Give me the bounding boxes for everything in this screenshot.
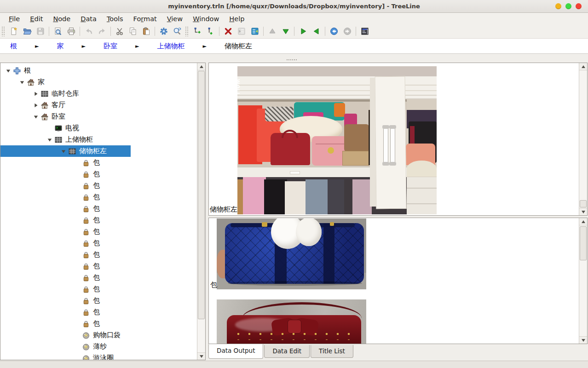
print-preview-button[interactable] xyxy=(52,25,64,38)
output-top-scrollbar[interactable] xyxy=(579,63,587,215)
find-button[interactable] xyxy=(171,25,183,38)
insert-child-node-button[interactable] xyxy=(204,25,217,38)
move-node-down-button[interactable] xyxy=(279,25,292,38)
tab-data-output[interactable]: Data Output xyxy=(208,344,263,359)
toolbar-drag-handle[interactable] xyxy=(185,26,188,36)
open-file-button[interactable] xyxy=(21,25,33,38)
tree-item[interactable]: 上储物柜 xyxy=(0,134,196,145)
insert-sibling-node-button[interactable] xyxy=(191,25,203,38)
move-node-next-button[interactable] xyxy=(297,25,309,38)
menu-tools[interactable]: Tools xyxy=(102,14,128,23)
window-minimize-button[interactable] xyxy=(555,3,561,9)
scroll-up-button[interactable] xyxy=(579,63,587,70)
expander-open-icon[interactable] xyxy=(17,80,27,85)
tree-item[interactable]: 包 xyxy=(0,237,196,249)
menu-node[interactable]: Node xyxy=(48,14,75,23)
expander-closed-icon[interactable] xyxy=(31,103,41,108)
tree-item[interactable]: 包 xyxy=(0,260,196,272)
scroll-down-button[interactable] xyxy=(197,352,205,360)
copy-button[interactable] xyxy=(127,25,139,38)
photo-shape xyxy=(316,144,345,144)
toolbar-drag-handle[interactable] xyxy=(1,26,5,36)
breadcrumb-link[interactable]: 上储物柜 xyxy=(157,42,184,51)
indent-node-button[interactable] xyxy=(235,25,248,38)
go-forward-button[interactable] xyxy=(341,25,353,38)
lock-icon xyxy=(82,297,90,305)
window-close-button[interactable] xyxy=(576,3,582,9)
scroll-down-button[interactable] xyxy=(579,208,587,215)
tree-scrollbar[interactable] xyxy=(197,63,205,360)
save-file-button[interactable] xyxy=(34,25,46,38)
tree-item[interactable]: 包 xyxy=(0,249,196,260)
tree-item[interactable]: 储物柜左 xyxy=(0,145,196,157)
expander-open-icon[interactable] xyxy=(45,137,55,143)
menu-data[interactable]: Data xyxy=(75,14,102,23)
tab-title-list[interactable]: Title List xyxy=(311,345,353,358)
menu-window[interactable]: Window xyxy=(188,14,224,23)
breadcrumb-link[interactable]: 根 xyxy=(10,42,17,51)
tree-item[interactable]: 包 xyxy=(0,191,196,203)
tab-data-edit[interactable]: Data Edit xyxy=(264,345,310,358)
menu-format[interactable]: Format xyxy=(128,14,162,23)
cut-button[interactable] xyxy=(113,25,126,38)
tree-item[interactable]: 薄纱 xyxy=(0,341,196,352)
tree-item[interactable]: 包 xyxy=(0,157,196,168)
photo-shape xyxy=(407,188,437,189)
photo-shape xyxy=(237,76,437,99)
tree-item[interactable]: 包 xyxy=(0,226,196,237)
move-node-prev-button[interactable] xyxy=(310,25,323,38)
tree-item[interactable]: 包 xyxy=(0,295,196,306)
tree-item[interactable]: 客厅 xyxy=(0,99,196,111)
breadcrumb-link[interactable]: 家 xyxy=(57,42,63,51)
scrollbar-thumb[interactable] xyxy=(198,71,205,319)
tree-item[interactable]: 包 xyxy=(0,283,196,295)
scrollbar-thumb[interactable] xyxy=(580,226,587,260)
expander-closed-icon[interactable] xyxy=(31,91,41,97)
delete-node-button[interactable] xyxy=(222,25,234,38)
tree-item[interactable]: 包 xyxy=(0,318,196,329)
expander-open-icon[interactable] xyxy=(3,68,13,74)
triangle-down-icon xyxy=(200,355,203,358)
menu-edit[interactable]: Edit xyxy=(25,14,48,23)
expander-open-icon[interactable] xyxy=(31,114,41,120)
splitter-handle[interactable] xyxy=(286,59,297,61)
scroll-down-button[interactable] xyxy=(579,336,587,344)
menu-view[interactable]: View xyxy=(162,14,188,23)
tree-item-label: 家 xyxy=(38,78,45,86)
expander-open-icon[interactable] xyxy=(58,149,69,154)
menu-file[interactable]: File xyxy=(4,14,25,23)
go-back-button[interactable] xyxy=(328,25,340,38)
new-file-button[interactable] xyxy=(7,25,20,38)
redo-button[interactable] xyxy=(96,25,108,38)
tree-item[interactable]: 购物口袋 xyxy=(0,329,196,341)
tree-item[interactable]: 家 xyxy=(0,76,196,88)
tree-item[interactable]: 游泳圈 xyxy=(0,352,196,360)
scroll-up-button[interactable] xyxy=(579,218,587,225)
triangle-down-icon xyxy=(582,339,585,342)
unindent-node-button[interactable] xyxy=(248,25,261,38)
tree-item[interactable]: 包 xyxy=(0,180,196,191)
tree-item[interactable]: 临时仓库 xyxy=(0,88,196,99)
tree-item[interactable]: 包 xyxy=(0,203,196,214)
tree-item[interactable]: 包 xyxy=(0,272,196,283)
output-bottom-scrollbar[interactable] xyxy=(579,218,587,344)
breadcrumb-link[interactable]: 卧室 xyxy=(104,42,117,51)
scroll-up-button[interactable] xyxy=(197,63,205,70)
print-button[interactable] xyxy=(65,25,77,38)
paste-button[interactable] xyxy=(140,25,152,38)
configure-data-types-button[interactable] xyxy=(157,25,170,38)
tree-item[interactable]: 根 xyxy=(0,65,196,76)
undo-button[interactable] xyxy=(82,25,95,38)
menu-help[interactable]: Help xyxy=(224,14,249,23)
tree-item[interactable]: 电视 xyxy=(0,122,196,134)
tree-item[interactable]: 包 xyxy=(0,168,196,180)
show-child-pane-button[interactable] xyxy=(358,25,371,38)
window-maximize-button[interactable] xyxy=(565,3,571,9)
move-node-up-button[interactable] xyxy=(266,25,278,38)
photo-shape xyxy=(344,124,369,152)
tree-item[interactable]: 包 xyxy=(0,214,196,226)
tree-item[interactable]: 包 xyxy=(0,306,196,318)
scrollbar-thumb[interactable] xyxy=(580,200,587,207)
tree-item[interactable]: 卧室 xyxy=(0,111,196,122)
lock-icon xyxy=(82,228,90,236)
